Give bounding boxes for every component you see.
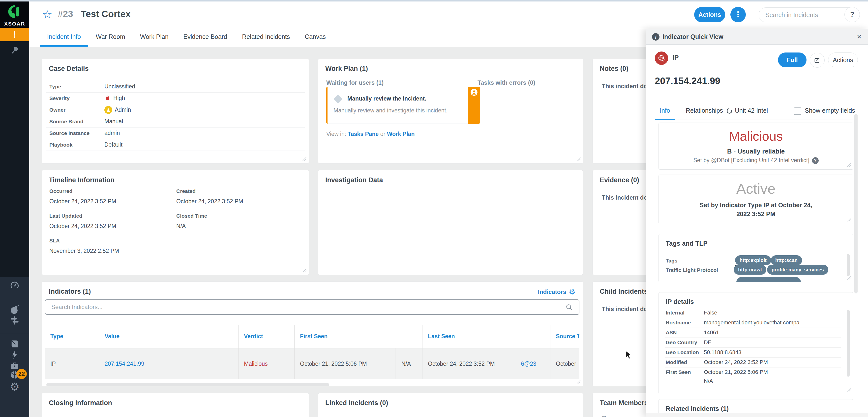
- window-top-strip: [0, 0, 868, 1]
- field-value: October 24, 2022 3:52 PM: [49, 223, 116, 230]
- tab-info[interactable]: Info: [660, 107, 670, 114]
- indicator-verdict-cell: Malicious: [239, 348, 294, 379]
- field-label: Type: [49, 81, 61, 92]
- detail-value: DE: [704, 338, 712, 347]
- source-cell: October: [550, 348, 580, 379]
- related-count-link[interactable]: 6@23: [521, 360, 550, 367]
- incident-id: #23: [58, 9, 73, 19]
- tab-related-incidents[interactable]: Related Incidents: [235, 28, 297, 47]
- panel-title: Evidence (0): [600, 176, 639, 184]
- horizontal-scrollbar[interactable]: [46, 383, 329, 386]
- table-header-row: Type Value Verdict First Seen Last Seen …: [45, 325, 580, 348]
- column-header[interactable]: Verdict: [239, 325, 294, 348]
- dashboard-gauge-icon[interactable]: [9, 280, 20, 292]
- quick-view-scrollbar[interactable]: [855, 114, 858, 293]
- tab-war-room[interactable]: War Room: [88, 28, 133, 47]
- tlp-label: Traffic Light Protocol: [666, 267, 718, 273]
- tag-chip[interactable]: [736, 277, 801, 282]
- field-value: Manual: [104, 116, 123, 127]
- resize-handle[interactable]: [576, 156, 581, 161]
- panel-title: Linked Incidents (0): [325, 399, 388, 407]
- tab-work-plan[interactable]: Work Plan: [133, 28, 176, 47]
- indicator-actions-button[interactable]: Actions: [828, 53, 858, 67]
- panel-title: Child Incidents (: [600, 288, 652, 296]
- resize-handle[interactable]: [846, 162, 851, 167]
- tab-canvas[interactable]: Canvas: [297, 28, 333, 47]
- pin-icon[interactable]: [9, 45, 20, 57]
- column-header[interactable]: First Seen: [294, 325, 423, 348]
- work-plan-link[interactable]: Work Plan: [387, 131, 415, 137]
- indicators-settings-row: Indicators ⚙: [538, 288, 576, 296]
- incident-header: ☆ #23 Test Cortex Actions ⋮ ?: [29, 1, 868, 28]
- field-value: November 3, 2022 2:52 PM: [49, 248, 119, 254]
- waiting-task-card[interactable]: Manually review the incident. Manually r…: [326, 87, 480, 124]
- detail-label: Modified: [666, 357, 687, 367]
- resize-handle[interactable]: [846, 275, 851, 280]
- table-row[interactable]: IP 207.154.241.99 Malicious October 21, …: [45, 348, 580, 379]
- page-title: Test Cortex: [81, 9, 131, 19]
- detail-label: Hostname: [666, 318, 691, 327]
- incidents-bomb-icon[interactable]: [9, 304, 20, 316]
- resize-handle[interactable]: [576, 379, 581, 384]
- close-icon[interactable]: ×: [857, 32, 862, 41]
- show-empty-fields-label[interactable]: Show empty fields: [805, 107, 855, 114]
- tags-scrollbar[interactable]: [847, 254, 850, 276]
- indicator-value-link[interactable]: 207.154.241.99: [105, 360, 144, 367]
- column-header[interactable]: Last Seen: [423, 325, 550, 348]
- full-view-button[interactable]: Full: [778, 53, 807, 67]
- sidebar-divider: [0, 298, 29, 298]
- detail-label: Geo Country: [666, 338, 697, 347]
- settings-gear-icon[interactable]: ⚙: [10, 380, 19, 393]
- tasks-pane-link[interactable]: Tasks Pane: [348, 131, 379, 137]
- panel-title: Investigation Data: [325, 176, 383, 184]
- detail-value: October 24, 2022 3:52 PM: [704, 357, 768, 367]
- indicators-link[interactable]: Indicators: [538, 288, 566, 296]
- tag-chip[interactable]: http:crawl: [734, 265, 766, 275]
- first-seen-cell: October 21, 2022 5:06 PM N/A: [294, 348, 423, 379]
- help-icon[interactable]: ?: [812, 157, 819, 164]
- column-header[interactable]: Type: [45, 325, 99, 348]
- field-value: N/A: [176, 223, 186, 230]
- field-label: Source Instance: [49, 127, 90, 139]
- quick-view-title: Indicator Quick View: [662, 33, 723, 40]
- column-header[interactable]: Source Ti: [550, 325, 580, 348]
- actions-button[interactable]: Actions: [694, 7, 725, 22]
- resize-handle[interactable]: [301, 156, 307, 161]
- favorite-star-icon[interactable]: ☆: [42, 7, 52, 22]
- resize-handle[interactable]: [301, 267, 307, 273]
- detail-value: October 21, 2022 5:06 PM: [704, 367, 768, 377]
- alert-icon: !: [13, 30, 16, 40]
- xsoar-logo-icon: [7, 4, 22, 19]
- playbooks-book-icon[interactable]: [9, 339, 20, 350]
- sidebar-item-home[interactable]: XSOAR: [0, 1, 29, 28]
- edit-button[interactable]: [810, 53, 825, 68]
- card-title: Related Incidents (1): [666, 405, 728, 413]
- tab-evidence-board[interactable]: Evidence Board: [176, 28, 235, 47]
- field-value: October 24, 2022 3:52 PM: [49, 198, 116, 205]
- details-scrollbar[interactable]: [847, 310, 850, 377]
- unit42-icon: [726, 107, 733, 114]
- indicators-gear-icon[interactable]: ⚙: [569, 288, 576, 296]
- kebab-menu-button[interactable]: ⋮: [731, 7, 746, 22]
- detail-value: False: [704, 308, 717, 318]
- field-label: SLA: [49, 238, 60, 244]
- automation-lightning-icon[interactable]: [10, 350, 20, 360]
- tab-incident-info[interactable]: Incident Info: [40, 28, 88, 47]
- status-value: Active: [659, 180, 853, 197]
- tag-chip[interactable]: http:scan: [771, 255, 802, 265]
- tag-chip[interactable]: profile:many_services: [767, 265, 828, 275]
- severity-flame-icon: [104, 95, 111, 102]
- sidebar-item-active-incident[interactable]: !: [0, 28, 29, 41]
- resize-handle[interactable]: [846, 216, 851, 222]
- help-button[interactable]: ?: [844, 7, 860, 22]
- column-header[interactable]: Value: [99, 325, 239, 348]
- tab-unit42-intel[interactable]: Unit 42 Intel: [735, 107, 768, 114]
- show-empty-fields-checkbox[interactable]: [794, 107, 801, 115]
- resize-handle[interactable]: [846, 387, 851, 392]
- indicators-search-input[interactable]: [45, 300, 580, 315]
- sidebar-logo-label: XSOAR: [0, 21, 29, 27]
- task-title: Manually review the incident.: [347, 95, 457, 102]
- tag-chip[interactable]: http:exploit: [735, 255, 771, 265]
- signpost-icon[interactable]: [9, 315, 20, 327]
- tab-relationships[interactable]: Relationships: [686, 107, 723, 114]
